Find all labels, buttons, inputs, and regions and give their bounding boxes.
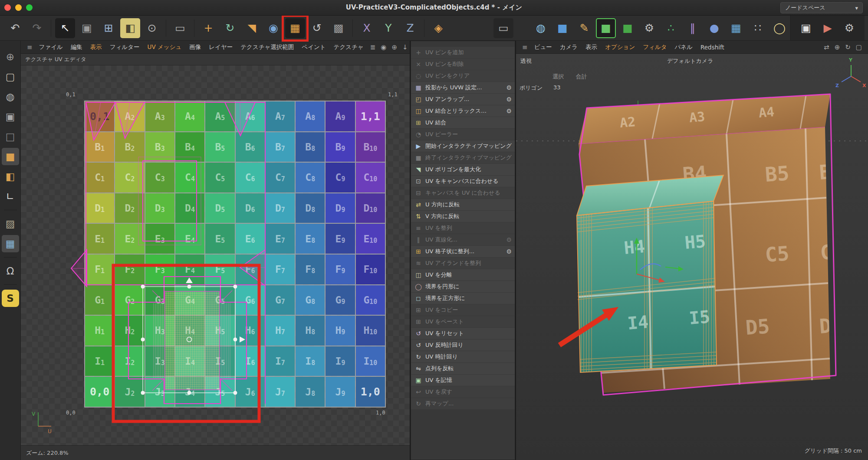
command-uv-weld[interactable]: ⊞UV 結合: [411, 117, 515, 129]
z-axis-toggle[interactable]: Z: [400, 18, 420, 38]
viewport-menu-camera[interactable]: カメラ: [556, 43, 582, 51]
uv-projection-tool[interactable]: ⊞: [99, 18, 118, 38]
uv-tweak-tool[interactable]: ↺: [307, 18, 327, 38]
command-options-gear-icon[interactable]: ⚙: [503, 84, 512, 91]
uv-pin-tool[interactable]: ⊙: [142, 18, 162, 38]
orbit-view-icon[interactable]: ↻: [842, 43, 853, 51]
paint-tool-icon[interactable]: ✎: [574, 18, 594, 38]
substance-icon[interactable]: S: [2, 290, 19, 307]
light-icon[interactable]: ◯: [769, 18, 789, 38]
nodespace-selector[interactable]: ノードスペース ▾: [780, 2, 863, 13]
volume-icon[interactable]: ●: [704, 18, 724, 38]
uv-point-edit-tool[interactable]: ◧: [120, 18, 140, 38]
render-view-icon[interactable]: ▭: [493, 18, 513, 38]
command-options-gear-icon[interactable]: ⚙: [503, 96, 512, 103]
material-manager-icon[interactable]: ⚙: [639, 18, 659, 38]
point-info-icon[interactable]: ∷: [748, 18, 768, 38]
close-button[interactable]: [4, 4, 11, 11]
viewport-menu-redshift[interactable]: Redshift: [697, 44, 728, 51]
camera-label[interactable]: デフォルトカメラ: [667, 57, 713, 65]
teal-box-object[interactable]: H4 H5 I4 I5: [577, 175, 723, 372]
coordinate-system-toggle[interactable]: ◈: [428, 18, 448, 38]
viewport-hamburger-icon[interactable]: ≡: [519, 43, 530, 51]
command-uv-store[interactable]: ▣UV を記憶: [411, 375, 515, 386]
y-axis-toggle[interactable]: Y: [378, 18, 398, 38]
viewport-move-icon[interactable]: ⊕: [2, 48, 19, 65]
uv-menu-uv-mesh[interactable]: UV メッシュ: [144, 43, 186, 51]
uv-menu-texture-selection[interactable]: テクスチャ選択範囲: [237, 43, 298, 51]
marquee-select-tool[interactable]: ▭: [170, 18, 190, 38]
command-uv-reset[interactable]: ↺UV をリセット: [411, 328, 515, 339]
display-filter-icon[interactable]: ▣: [796, 18, 816, 38]
uv-menu-texture[interactable]: テクスチャ: [330, 43, 368, 51]
cube-uv-icon[interactable]: ▣: [2, 108, 19, 125]
rotate-tool[interactable]: ↻: [220, 18, 240, 38]
uv-hamburger-icon[interactable]: ≡: [24, 43, 35, 51]
projection-label[interactable]: 透視: [520, 57, 532, 65]
checker-sphere-icon[interactable]: ◍: [2, 88, 19, 105]
command-uv-weld-relax[interactable]: ◫UV 結合とリラックス...⚙: [411, 105, 515, 117]
command-boundary-to-square[interactable]: ◻境界を正方形に: [411, 293, 515, 304]
viewport-menu-display[interactable]: 表示: [582, 43, 601, 51]
object-hierarchy-icon[interactable]: ∴: [661, 18, 681, 38]
cube-dark-icon[interactable]: □: [2, 128, 19, 145]
command-uvw-from-projection[interactable]: ▦投影から UVW 設定...⚙: [411, 82, 515, 94]
magnet-snap-icon[interactable]: Ω: [2, 262, 19, 280]
redo-icon[interactable]: ↷: [27, 18, 47, 38]
zoom-button[interactable]: [26, 4, 33, 11]
viewport-menu-options[interactable]: オプション: [601, 43, 639, 51]
viewport-menu-filter[interactable]: フィルタ: [639, 43, 671, 51]
polygon-select-tool[interactable]: ▣: [77, 18, 97, 38]
cube-light-icon[interactable]: ▢: [2, 68, 19, 85]
command-uv-rotate-cw[interactable]: ↻UV 時計回り: [411, 351, 515, 363]
command-options-gear-icon[interactable]: ⚙: [503, 108, 512, 114]
command-maximize-uv-polygon[interactable]: ◥UV ポリゴンを最大化: [411, 164, 515, 176]
editor-tab-label[interactable]: テクスチャ UV エディタ: [25, 56, 86, 63]
command-uv-grid-align[interactable]: ⊞UV 格子状に整列...⚙: [411, 246, 515, 258]
x-axis-toggle[interactable]: X: [357, 18, 377, 38]
toolbar-settings-icon[interactable]: ⚙: [839, 18, 859, 38]
view-axis-gizmo[interactable]: Y X Z: [835, 57, 866, 88]
maximize-view-icon[interactable]: ▢: [853, 43, 865, 51]
uv-transform-tool[interactable]: ▦: [285, 18, 305, 38]
uv-menu-paint[interactable]: ペイント: [298, 43, 329, 51]
uv-menu-filter[interactable]: フィルター: [106, 43, 144, 51]
attribute-sliders-icon[interactable]: ∥: [683, 18, 703, 38]
command-reverse-point-order[interactable]: ⇋点列を反転: [411, 363, 515, 375]
spreadsheet-icon[interactable]: ▦: [726, 18, 746, 38]
zoom-view-icon[interactable]: ⊕: [832, 43, 843, 51]
command-uv-split[interactable]: ◫UV を分離: [411, 269, 515, 281]
scale-tool[interactable]: ◥: [242, 18, 262, 38]
viewport-menu-view[interactable]: ビュー: [530, 43, 556, 51]
command-flip-v[interactable]: ⇅V 方向に反転: [411, 211, 515, 222]
uv-menu-edit[interactable]: 編集: [67, 43, 86, 51]
move-tool[interactable]: +: [198, 18, 218, 38]
uv-menu-file[interactable]: ファイル: [35, 43, 67, 51]
command-start-interactive-mapping[interactable]: ▶開始インタラクティブマッピング: [411, 140, 515, 152]
uv-polygon-mode-icon[interactable]: ■: [618, 18, 638, 38]
command-options-gear-icon[interactable]: ⚙: [503, 248, 512, 255]
axis-lock-icon[interactable]: ◉: [263, 18, 283, 38]
pan-lock-icon[interactable]: ⊕: [389, 43, 400, 51]
minimize-button[interactable]: [15, 4, 22, 11]
dock-icon[interactable]: ↓: [400, 43, 411, 51]
pan-view-icon[interactable]: ⇄: [821, 43, 832, 51]
quantize-grid-icon[interactable]: ▩: [329, 18, 349, 38]
histogram-icon[interactable]: ≣: [368, 43, 378, 51]
uv-menu-view[interactable]: 表示: [86, 43, 106, 51]
pixel-lock-icon[interactable]: ◉: [378, 43, 389, 51]
uv-polygon-select-icon[interactable]: ▨: [2, 215, 19, 232]
uv-canvas[interactable]: 0,1A2A3A4A5A6A7A8A91,1B1B2B3B4B5B6B7B8B9…: [21, 65, 410, 445]
live-selection-tool[interactable]: ↖: [55, 18, 75, 38]
command-fit-uv-to-canvas[interactable]: ⊡UV をキャンバスに合わせる: [411, 176, 515, 187]
texture-half-icon[interactable]: ◧: [2, 168, 19, 185]
uv-menu-layer[interactable]: レイヤー: [205, 43, 237, 51]
undo-icon[interactable]: ↶: [5, 18, 25, 38]
play-forward-icon[interactable]: ▶: [818, 18, 838, 38]
navigation-sphere-icon[interactable]: ◍: [531, 18, 551, 38]
viewport-menu-panel[interactable]: パネル: [671, 43, 697, 51]
uv-point-select-icon[interactable]: ▦: [2, 235, 19, 252]
uv-edit-mode-icon[interactable]: ■: [596, 18, 616, 38]
workplane-icon[interactable]: ∟: [2, 188, 19, 205]
uv-menu-image[interactable]: 画像: [185, 43, 205, 51]
